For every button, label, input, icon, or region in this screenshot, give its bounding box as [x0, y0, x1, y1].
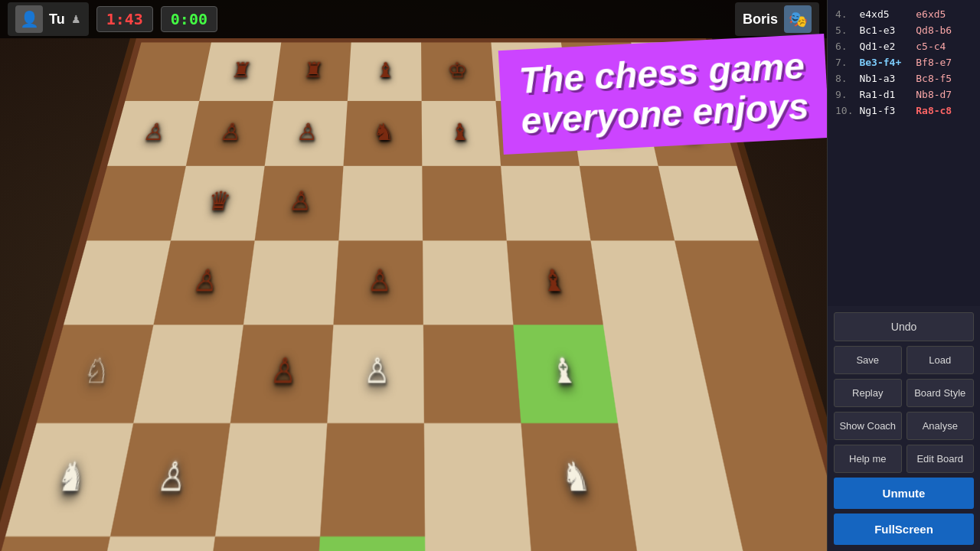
square-a8[interactable] [126, 42, 211, 100]
square-c7[interactable]: ♙ [265, 100, 348, 165]
piece-d7: ♞ [373, 121, 394, 144]
square-b6[interactable]: ♛ [171, 166, 265, 240]
help-me-button[interactable]: Help me [834, 445, 902, 473]
move-row-7: 7. Be3-f4+ Bf8-e7 [834, 54, 974, 70]
player2-avatar: 🎭 [784, 5, 812, 33]
sidebar: 4. e4xd5 e6xd5 5. Bc1-e3 Qd8-b6 6. Qd1-e… [827, 0, 980, 551]
square-d7[interactable]: ♞ [343, 100, 422, 165]
move-history: 4. e4xd5 e6xd5 5. Bc1-e3 Qd8-b6 6. Qd1-e… [828, 0, 980, 306]
square-b4[interactable] [133, 324, 243, 422]
header-bar: 👤 Tu ♟ 1:43 0:00 Boris 🎭 [0, 0, 827, 38]
square-e2[interactable]: ♛ [425, 536, 541, 551]
player1-avatar: 👤 [15, 5, 43, 33]
chess-area: 👤 Tu ♟ 1:43 0:00 Boris 🎭 8 7 6 5 4 3 2 [0, 0, 827, 551]
square-d6[interactable] [338, 166, 423, 240]
piece-d8: ♝ [375, 60, 396, 81]
square-a5[interactable] [64, 240, 171, 325]
piece-b6: ♛ [206, 189, 233, 216]
move-row-6: 6. Qd1-e2 c5-c4 [834, 38, 974, 54]
square-b8[interactable]: ♜ [199, 42, 281, 100]
piece-b3: ♙ [155, 457, 190, 497]
player2-name: Boris [743, 11, 778, 28]
show-coach-button[interactable]: Show Coach [834, 412, 902, 440]
piece-f3: ♞ [560, 457, 592, 497]
square-c6[interactable]: ♙ [255, 166, 344, 240]
square-c4[interactable]: ♙ [230, 324, 334, 422]
square-d5[interactable]: ♙ [333, 240, 423, 325]
square-e6[interactable] [422, 166, 506, 240]
square-f6[interactable] [501, 166, 590, 240]
piece-a7: ♙ [142, 121, 168, 144]
square-f4[interactable]: ♝ [513, 324, 618, 422]
square-e4[interactable] [423, 324, 521, 422]
square-b5[interactable]: ♙ [153, 240, 254, 325]
controls: Undo Save Load Replay Board Style Show C… [828, 306, 980, 551]
piece-e7: ♝ [449, 121, 472, 144]
load-button[interactable]: Load [906, 346, 975, 374]
timer1: 1:43 [96, 6, 153, 32]
player1-pawn: ♟ [71, 13, 81, 25]
piece-b8: ♜ [230, 60, 253, 81]
analyse-button[interactable]: Analyse [906, 412, 975, 440]
player1-info: 👤 Tu ♟ [8, 2, 89, 36]
square-f3[interactable]: ♞ [521, 422, 635, 536]
promo-banner: The chess game everyone enjoys [498, 34, 827, 155]
piece-f5: ♝ [540, 266, 567, 296]
square-c8[interactable]: ♜ [273, 42, 351, 100]
player1-name: Tu [49, 11, 65, 28]
piece-d5: ♙ [367, 266, 391, 296]
piece-b7: ♙ [218, 121, 243, 144]
piece-a3: ♞ [53, 457, 90, 497]
square-f5[interactable]: ♝ [507, 240, 603, 325]
square-d4[interactable]: ♙ [327, 324, 424, 422]
move-row-10: 10. Ng1-f3 Ra8-c8 [834, 103, 974, 119]
piece-c4: ♙ [269, 354, 298, 389]
piece-c8: ♜ [302, 60, 324, 81]
piece-c7: ♙ [296, 121, 318, 144]
square-h2[interactable]: ♙ [740, 536, 827, 551]
square-a7[interactable]: ♙ [107, 100, 199, 165]
square-a6[interactable] [87, 166, 185, 240]
square-a2[interactable]: ♙ [0, 536, 110, 551]
piece-d4: ♙ [364, 354, 390, 389]
save-load-row: Save Load [834, 346, 974, 374]
square-e7[interactable]: ♝ [422, 100, 501, 165]
square-d2[interactable]: ♜ [312, 536, 426, 551]
board-style-button[interactable]: Board Style [906, 379, 975, 407]
piece-b5: ♙ [191, 266, 220, 296]
piece-c6: ♙ [288, 189, 313, 216]
piece-e8: ♔ [447, 60, 468, 81]
square-h6[interactable] [658, 166, 759, 240]
square-e3[interactable] [424, 422, 530, 536]
square-c3[interactable] [215, 422, 327, 536]
square-d8[interactable]: ♝ [348, 42, 422, 100]
square-b7[interactable]: ♙ [186, 100, 273, 165]
square-h4[interactable] [693, 324, 812, 422]
replay-button[interactable]: Replay [834, 379, 902, 407]
player2-info: Boris 🎭 [735, 2, 819, 36]
replay-boardstyle-row: Replay Board Style [834, 379, 974, 407]
move-row-8: 8. Nb1-a3 Bc8-f5 [834, 70, 974, 86]
square-h5[interactable] [675, 240, 783, 325]
square-e8[interactable]: ♔ [421, 42, 495, 100]
undo-button[interactable]: Undo [834, 312, 974, 341]
save-button[interactable]: Save [834, 346, 902, 374]
edit-board-button[interactable]: Edit Board [906, 445, 975, 473]
square-e5[interactable] [423, 240, 513, 325]
showcoach-analyse-row: Show Coach Analyse [834, 412, 974, 440]
unmute-button[interactable]: Unmute [834, 478, 974, 509]
square-c2[interactable] [197, 536, 320, 551]
piece-f4: ♝ [549, 354, 579, 389]
piece-a4: ♘ [80, 354, 114, 389]
square-c5[interactable] [243, 240, 338, 325]
move-row-5: 5. Bc1-e3 Qd8-b6 [834, 22, 974, 38]
fullscreen-button[interactable]: FullScreen [834, 514, 974, 545]
square-d3[interactable] [320, 422, 425, 536]
timer2: 0:00 [161, 6, 217, 32]
move-row-9: 9. Ra1-d1 Nb8-d7 [834, 86, 974, 103]
helpme-editboard-row: Help me Edit Board [834, 445, 974, 473]
move-row-4: 4. e4xd5 e6xd5 [834, 6, 974, 22]
